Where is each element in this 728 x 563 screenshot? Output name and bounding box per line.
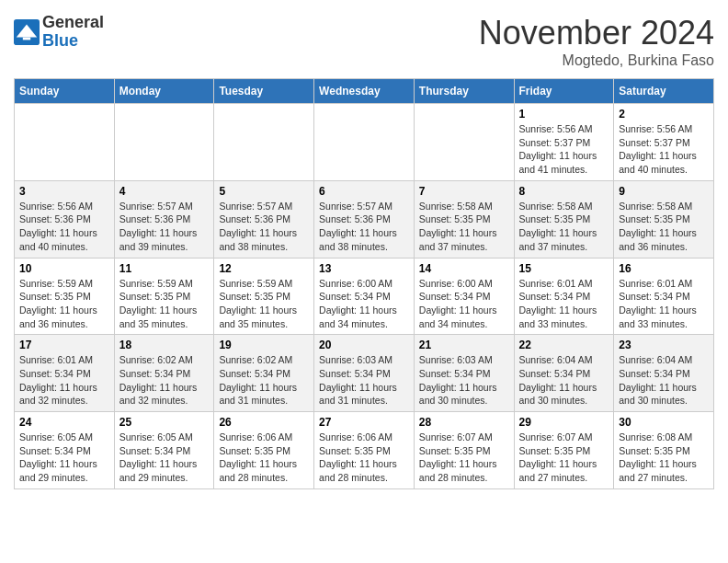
day-number: 20: [319, 339, 409, 351]
day-number: 6: [319, 185, 409, 198]
calendar-cell: 2Sunrise: 5:56 AMSunset: 5:37 PMDaylight…: [614, 104, 714, 181]
calendar-cell: 26Sunrise: 6:06 AMSunset: 5:35 PMDayligh…: [214, 412, 314, 489]
day-info: Sunrise: 6:01 AMSunset: 5:34 PMDaylight:…: [519, 277, 609, 331]
day-info: Sunrise: 5:59 AMSunset: 5:35 PMDaylight:…: [119, 277, 210, 331]
day-info: Sunrise: 6:00 AMSunset: 5:34 PMDaylight:…: [319, 277, 409, 331]
day-number: 22: [519, 339, 609, 351]
day-info: Sunrise: 5:56 AMSunset: 5:37 PMDaylight:…: [519, 122, 609, 177]
day-info: Sunrise: 6:05 AMSunset: 5:34 PMDaylight:…: [119, 431, 210, 485]
day-info: Sunrise: 6:04 AMSunset: 5:34 PMDaylight:…: [619, 353, 709, 408]
col-sunday: Sunday: [15, 79, 115, 104]
calendar-cell: 23Sunrise: 6:04 AMSunset: 5:34 PMDayligh…: [614, 335, 714, 412]
col-wednesday: Wednesday: [314, 79, 415, 104]
calendar-cell: 13Sunrise: 6:00 AMSunset: 5:34 PMDayligh…: [314, 258, 415, 335]
page: General Blue November 2024 Mogtedo, Burk…: [0, 0, 728, 499]
col-saturday: Saturday: [614, 79, 714, 104]
calendar-week-3: 10Sunrise: 5:59 AMSunset: 5:35 PMDayligh…: [15, 258, 714, 335]
calendar-cell: 30Sunrise: 6:08 AMSunset: 5:35 PMDayligh…: [614, 412, 714, 489]
day-number: 21: [419, 339, 509, 351]
day-number: 2: [619, 108, 709, 121]
day-number: 8: [519, 185, 609, 198]
calendar-cell: 27Sunrise: 6:06 AMSunset: 5:35 PMDayligh…: [314, 412, 415, 489]
day-info: Sunrise: 6:03 AMSunset: 5:34 PMDaylight:…: [419, 353, 509, 408]
day-info: Sunrise: 5:57 AMSunset: 5:36 PMDaylight:…: [219, 200, 309, 254]
calendar-cell: 8Sunrise: 5:58 AMSunset: 5:35 PMDaylight…: [514, 180, 614, 258]
calendar-cell: 6Sunrise: 5:57 AMSunset: 5:36 PMDaylight…: [314, 180, 415, 258]
calendar-cell: 24Sunrise: 6:05 AMSunset: 5:34 PMDayligh…: [15, 412, 115, 489]
day-info: Sunrise: 5:58 AMSunset: 5:35 PMDaylight:…: [619, 200, 709, 254]
col-thursday: Thursday: [414, 79, 514, 104]
calendar-cell: 4Sunrise: 5:57 AMSunset: 5:36 PMDaylight…: [114, 180, 214, 258]
calendar-week-4: 17Sunrise: 6:01 AMSunset: 5:34 PMDayligh…: [15, 335, 714, 412]
day-number: 16: [619, 262, 709, 275]
calendar-week-2: 3Sunrise: 5:56 AMSunset: 5:36 PMDaylight…: [15, 180, 714, 258]
day-info: Sunrise: 6:01 AMSunset: 5:34 PMDaylight:…: [19, 353, 109, 408]
day-info: Sunrise: 5:56 AMSunset: 5:37 PMDaylight:…: [619, 122, 709, 177]
day-info: Sunrise: 6:06 AMSunset: 5:35 PMDaylight:…: [219, 431, 309, 485]
calendar-cell: [114, 104, 214, 181]
day-info: Sunrise: 6:03 AMSunset: 5:34 PMDaylight:…: [319, 353, 409, 408]
col-monday: Monday: [114, 79, 214, 104]
day-info: Sunrise: 6:07 AMSunset: 5:35 PMDaylight:…: [519, 431, 609, 485]
day-info: Sunrise: 6:01 AMSunset: 5:34 PMDaylight:…: [619, 277, 709, 331]
calendar-cell: 18Sunrise: 6:02 AMSunset: 5:34 PMDayligh…: [114, 335, 214, 412]
day-number: 15: [519, 262, 609, 275]
day-number: 30: [619, 416, 709, 429]
col-friday: Friday: [514, 79, 614, 104]
day-info: Sunrise: 6:07 AMSunset: 5:35 PMDaylight:…: [419, 431, 509, 485]
calendar-table: Sunday Monday Tuesday Wednesday Thursday…: [14, 78, 714, 489]
logo-icon: [14, 19, 40, 45]
day-number: 9: [619, 185, 709, 198]
header: General Blue November 2024 Mogtedo, Burk…: [14, 14, 714, 69]
calendar-cell: 1Sunrise: 5:56 AMSunset: 5:37 PMDaylight…: [514, 104, 614, 181]
day-number: 14: [419, 262, 509, 275]
calendar-cell: 25Sunrise: 6:05 AMSunset: 5:34 PMDayligh…: [114, 412, 214, 489]
day-info: Sunrise: 6:08 AMSunset: 5:35 PMDaylight:…: [619, 431, 709, 485]
day-number: 1: [519, 108, 609, 121]
logo-general: General: [42, 13, 104, 31]
day-number: 26: [219, 416, 309, 429]
calendar-cell: [15, 104, 115, 181]
col-tuesday: Tuesday: [214, 79, 314, 104]
calendar-cell: 22Sunrise: 6:04 AMSunset: 5:34 PMDayligh…: [514, 335, 614, 412]
day-info: Sunrise: 6:02 AMSunset: 5:34 PMDaylight:…: [219, 353, 309, 408]
calendar-cell: [314, 104, 415, 181]
day-number: 27: [319, 416, 409, 429]
day-number: 5: [219, 185, 309, 198]
calendar-cell: 7Sunrise: 5:58 AMSunset: 5:35 PMDaylight…: [414, 180, 514, 258]
day-number: 7: [419, 185, 509, 198]
calendar-cell: 17Sunrise: 6:01 AMSunset: 5:34 PMDayligh…: [15, 335, 115, 412]
day-number: 12: [219, 262, 309, 275]
day-info: Sunrise: 6:02 AMSunset: 5:34 PMDaylight:…: [119, 353, 210, 408]
day-number: 24: [19, 416, 109, 429]
calendar-cell: 16Sunrise: 6:01 AMSunset: 5:34 PMDayligh…: [614, 258, 714, 335]
calendar-cell: 3Sunrise: 5:56 AMSunset: 5:36 PMDaylight…: [15, 180, 115, 258]
logo: General Blue: [14, 14, 104, 51]
month-title: November 2024: [479, 14, 714, 52]
day-number: 4: [119, 185, 210, 198]
day-info: Sunrise: 5:56 AMSunset: 5:36 PMDaylight:…: [19, 200, 109, 254]
day-info: Sunrise: 5:57 AMSunset: 5:36 PMDaylight:…: [319, 200, 409, 254]
day-number: 3: [19, 185, 109, 198]
calendar-cell: 11Sunrise: 5:59 AMSunset: 5:35 PMDayligh…: [114, 258, 214, 335]
day-info: Sunrise: 5:59 AMSunset: 5:35 PMDaylight:…: [19, 277, 109, 331]
day-number: 25: [119, 416, 210, 429]
day-info: Sunrise: 6:06 AMSunset: 5:35 PMDaylight:…: [319, 431, 409, 485]
day-number: 10: [19, 262, 109, 275]
calendar-cell: 20Sunrise: 6:03 AMSunset: 5:34 PMDayligh…: [314, 335, 415, 412]
day-info: Sunrise: 5:58 AMSunset: 5:35 PMDaylight:…: [419, 200, 509, 254]
day-info: Sunrise: 5:57 AMSunset: 5:36 PMDaylight:…: [119, 200, 210, 254]
calendar-cell: [414, 104, 514, 181]
day-number: 17: [19, 339, 109, 351]
day-number: 28: [419, 416, 509, 429]
location: Mogtedo, Burkina Faso: [479, 52, 714, 69]
day-info: Sunrise: 6:04 AMSunset: 5:34 PMDaylight:…: [519, 353, 609, 408]
calendar-cell: 14Sunrise: 6:00 AMSunset: 5:34 PMDayligh…: [414, 258, 514, 335]
calendar-cell: 10Sunrise: 5:59 AMSunset: 5:35 PMDayligh…: [15, 258, 115, 335]
title-block: November 2024 Mogtedo, Burkina Faso: [479, 14, 714, 69]
svg-rect-2: [23, 37, 30, 40]
day-info: Sunrise: 5:59 AMSunset: 5:35 PMDaylight:…: [219, 277, 309, 331]
calendar-cell: 19Sunrise: 6:02 AMSunset: 5:34 PMDayligh…: [214, 335, 314, 412]
day-number: 18: [119, 339, 210, 351]
header-row: Sunday Monday Tuesday Wednesday Thursday…: [15, 79, 714, 104]
